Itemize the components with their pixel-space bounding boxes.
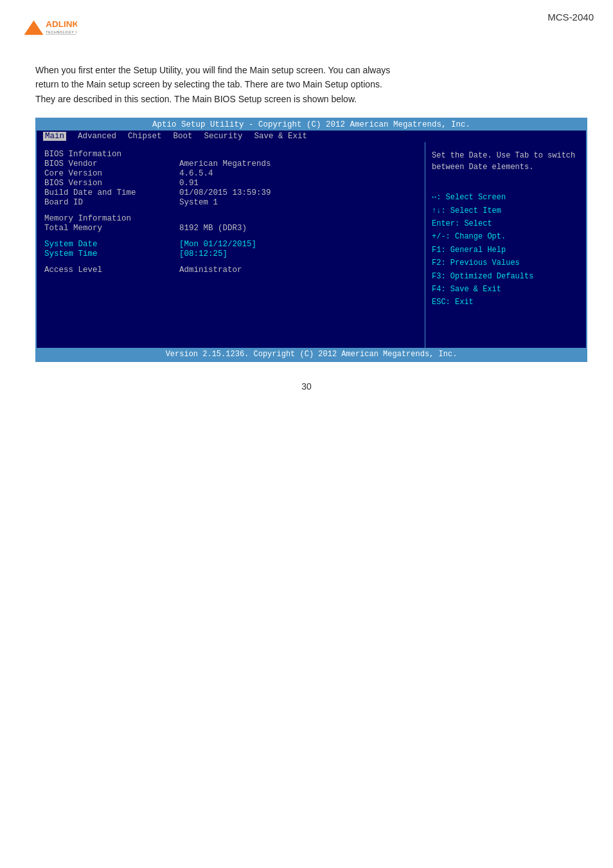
core-version-label: Core Version	[44, 169, 179, 178]
total-memory-row: Total Memory 8192 MB (DDR3)	[44, 224, 418, 233]
gap3	[44, 259, 418, 266]
build-date-label: Build Date and Time	[44, 188, 179, 197]
bios-help-text: Set the Date. Use Tab to switch between …	[432, 150, 580, 173]
bios-vendor-label: BIOS Vendor	[44, 159, 179, 168]
memory-info-header: Memory Information	[44, 214, 418, 223]
bios-content: BIOS Information BIOS Vendor American Me…	[37, 142, 586, 348]
page-number: 30	[0, 381, 613, 392]
build-date-value: 01/08/2015 13:59:39	[179, 188, 271, 197]
bios-menu-advanced[interactable]: Advanced	[78, 132, 116, 141]
build-date-row: Build Date and Time 01/08/2015 13:59:39	[44, 188, 418, 197]
bios-right-panel: Set the Date. Use Tab to switch between …	[425, 142, 586, 348]
bios-version-value: 0.91	[179, 179, 199, 188]
system-date-label: System Date	[44, 240, 179, 249]
svg-marker-0	[24, 21, 44, 35]
page-header: ADLINK TECHNOLOGY INC. MCS-2040	[0, 0, 613, 50]
bios-info-label: BIOS Information	[44, 150, 179, 159]
key-esc: ESC: Exit	[432, 296, 580, 309]
access-level-label: Access Level	[44, 266, 179, 275]
bios-menu-chipset[interactable]: Chipset	[128, 132, 162, 141]
adlink-logo: ADLINK TECHNOLOGY INC.	[19, 12, 77, 44]
intro-line2: return to the Main setup screen by selec…	[35, 77, 587, 91]
access-level-value: Administrator	[179, 266, 242, 275]
bios-menu-main[interactable]: Main	[43, 132, 66, 141]
system-date-row[interactable]: System Date [Mon 01/12/2015]	[44, 240, 418, 249]
key-f3: F3: Optimized Defaults	[432, 270, 580, 283]
bios-screen: Aptio Setup Utility - Copyright (C) 2012…	[35, 118, 587, 362]
logo-area: ADLINK TECHNOLOGY INC.	[19, 12, 77, 44]
bios-vendor-row: BIOS Vendor American Megatrends	[44, 159, 418, 168]
board-id-value: System 1	[179, 198, 218, 207]
board-id-label: Board ID	[44, 198, 179, 207]
bios-title-bar: Aptio Setup Utility - Copyright (C) 2012…	[37, 119, 586, 131]
key-f4: F4: Save & Exit	[432, 283, 580, 296]
key-change-opt: +/-: Change Opt.	[432, 230, 580, 243]
key-select-item: ↑↓: Select Item	[432, 204, 580, 217]
bios-footer: Version 2.15.1236. Copyright (C) 2012 Am…	[37, 348, 586, 361]
bios-menu-boot[interactable]: Boot	[173, 132, 193, 141]
bios-keys-help: ↔: Select Screen ↑↓: Select Item Enter: …	[432, 191, 580, 309]
bios-version-label: BIOS Version	[44, 179, 179, 188]
board-id-row: Board ID System 1	[44, 198, 418, 207]
bios-vendor-value: American Megatrends	[179, 159, 271, 168]
system-time-label: System Time	[44, 249, 179, 258]
memory-info-label: Memory Information	[44, 214, 179, 223]
key-f2: F2: Previous Values	[432, 257, 580, 269]
system-date-value: [Mon 01/12/2015]	[179, 240, 256, 249]
svg-text:ADLINK: ADLINK	[46, 19, 77, 29]
gap1	[44, 208, 418, 214]
model-number: MCS-2040	[547, 12, 594, 23]
gap2	[44, 233, 418, 240]
total-memory-value: 8192 MB (DDR3)	[179, 224, 247, 233]
keys-gap	[432, 185, 580, 191]
bios-menu-save-exit[interactable]: Save & Exit	[254, 132, 308, 141]
bios-menu-bar: Main Advanced Chipset Boot Security Save…	[37, 131, 586, 142]
intro-line1: When you first enter the Setup Utility, …	[35, 63, 587, 77]
bios-version-row: BIOS Version 0.91	[44, 179, 418, 188]
system-time-row[interactable]: System Time [08:12:25]	[44, 249, 418, 258]
key-f1: F1: General Help	[432, 244, 580, 257]
system-time-value: [08:12:25]	[179, 249, 227, 258]
total-memory-label: Total Memory	[44, 224, 179, 233]
key-select-screen: ↔: Select Screen	[432, 191, 580, 204]
bios-menu-security[interactable]: Security	[204, 132, 243, 141]
intro-section: When you first enter the Setup Utility, …	[0, 50, 613, 118]
core-version-row: Core Version 4.6.5.4	[44, 169, 418, 178]
key-enter: Enter: Select	[432, 217, 580, 230]
access-level-row: Access Level Administrator	[44, 266, 418, 275]
intro-line3: They are described in this section. The …	[35, 92, 587, 106]
svg-text:TECHNOLOGY INC.: TECHNOLOGY INC.	[46, 30, 77, 34]
bios-info-header: BIOS Information	[44, 150, 418, 159]
bios-left-panel: BIOS Information BIOS Vendor American Me…	[37, 142, 425, 348]
core-version-value: 4.6.5.4	[179, 169, 213, 178]
